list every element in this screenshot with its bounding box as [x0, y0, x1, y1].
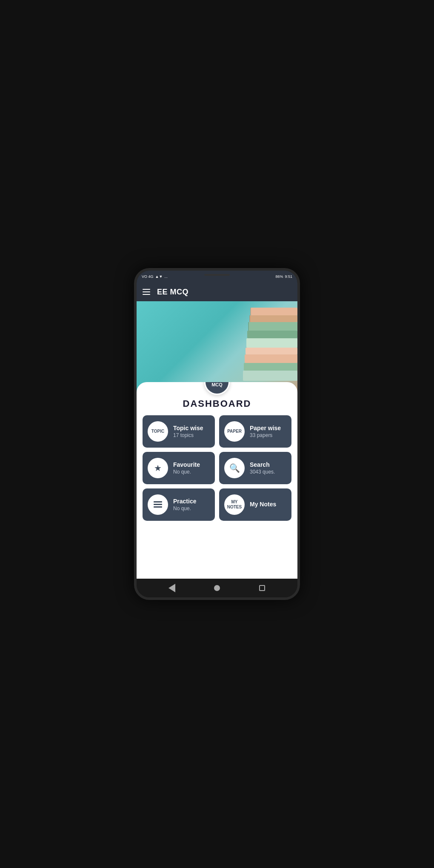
svg-rect-1: [250, 315, 297, 322]
practice-icon-circle: [148, 494, 168, 515]
notes-icon-circle: MYNOTES: [224, 494, 245, 515]
topic-icon-circle: TOPIC: [148, 421, 168, 442]
hamburger-line-1: [143, 289, 150, 290]
app-logo-circle: EE MCQ: [204, 382, 230, 395]
svg-rect-12: [154, 501, 162, 503]
practice-text: Practice No que.: [173, 498, 196, 511]
topic-wise-label: Topic wise: [173, 425, 203, 431]
favourite-item[interactable]: ★ Favourite No que.: [143, 452, 215, 484]
my-notes-item[interactable]: MYNOTES My Notes: [219, 488, 291, 521]
search-icon: 🔍: [229, 463, 240, 473]
svg-rect-0: [251, 308, 297, 315]
books-decoration: [242, 303, 297, 395]
home-button[interactable]: [211, 582, 223, 594]
signal-text: ▲▼: [155, 274, 163, 279]
status-bar: VO 4G ▲▼ ... 86% 9:51: [137, 271, 297, 283]
back-button[interactable]: [166, 582, 178, 594]
top-app-bar: EE MCQ: [137, 283, 297, 301]
search-count: 3043 ques.: [250, 469, 275, 475]
hamburger-line-3: [143, 294, 150, 295]
battery-text: 86%: [275, 274, 283, 279]
phone-frame: VO 4G ▲▼ ... 86% 9:51 EE MCQ: [134, 268, 300, 600]
my-notes-label: My Notes: [250, 501, 276, 508]
recent-icon: [259, 585, 265, 591]
dots-text: ...: [164, 274, 168, 279]
carrier-text: VO 4G: [142, 274, 154, 279]
paper-wise-count: 33 papers: [250, 432, 281, 438]
favourite-icon-circle: ★: [148, 458, 168, 478]
svg-rect-2: [248, 322, 297, 331]
svg-rect-6: [245, 354, 297, 363]
svg-rect-14: [154, 506, 162, 508]
paper-icon-circle: PAPER: [224, 421, 245, 442]
svg-rect-4: [246, 338, 297, 348]
svg-rect-13: [154, 504, 162, 505]
hamburger-menu[interactable]: [143, 289, 150, 295]
favourite-text: Favourite No que.: [173, 461, 200, 475]
practice-count: No que.: [173, 505, 196, 511]
bottom-nav: [137, 579, 297, 597]
notes-icon-text: MYNOTES: [227, 500, 242, 510]
paper-icon-text: PAPER: [227, 429, 242, 434]
recent-button[interactable]: [256, 582, 268, 594]
search-label: Search: [250, 461, 275, 468]
my-notes-text: My Notes: [250, 501, 276, 508]
star-icon: ★: [154, 463, 162, 473]
dashboard-grid: TOPIC Topic wise 17 topics PAPER Paper w…: [143, 415, 291, 521]
svg-rect-3: [247, 331, 297, 338]
practice-label: Practice: [173, 498, 196, 505]
search-item[interactable]: 🔍 Search 3043 ques.: [219, 452, 291, 484]
svg-rect-5: [246, 348, 297, 354]
status-right: 86% 9:51: [275, 274, 292, 279]
hero-banner: [137, 301, 297, 395]
dashboard-title: DASHBOARD: [143, 398, 291, 409]
favourite-label: Favourite: [173, 461, 200, 468]
practice-item[interactable]: Practice No que.: [143, 488, 215, 521]
back-icon: [168, 584, 175, 592]
paper-wise-label: Paper wise: [250, 425, 281, 431]
time-text: 9:51: [285, 274, 292, 279]
topic-icon-text: TOPIC: [151, 429, 164, 434]
logo-line2: MCQ: [211, 382, 223, 388]
hamburger-line-2: [143, 291, 150, 292]
status-left: VO 4G ▲▼ ...: [142, 274, 168, 279]
app-title: EE MCQ: [157, 288, 188, 297]
topic-wise-count: 17 topics: [173, 432, 203, 438]
search-text: Search 3043 ques.: [250, 461, 275, 475]
topic-wise-item[interactable]: TOPIC Topic wise 17 topics: [143, 415, 215, 448]
search-icon-circle: 🔍: [224, 458, 245, 478]
dashboard-card: EE MCQ DASHBOARD TOPIC Topic wise 17 top…: [137, 382, 297, 579]
svg-rect-8: [243, 371, 297, 381]
paper-wise-item[interactable]: PAPER Paper wise 33 papers: [219, 415, 291, 448]
svg-rect-7: [244, 363, 297, 371]
stack-icon: [152, 499, 164, 511]
paper-wise-text: Paper wise 33 papers: [250, 425, 281, 438]
topic-wise-text: Topic wise 17 topics: [173, 425, 203, 438]
favourite-count: No que.: [173, 469, 200, 475]
home-icon: [214, 585, 220, 591]
